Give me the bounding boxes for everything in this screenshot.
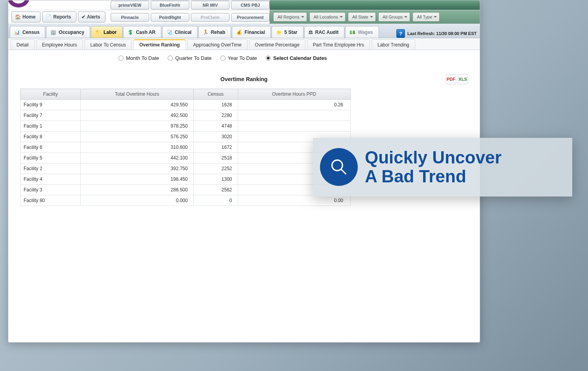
cell-census: 2518 — [193, 153, 238, 163]
date-option-year-to-date[interactable]: Year To Date — [220, 55, 257, 61]
col-header-census[interactable]: Census — [193, 89, 238, 100]
report-header: Overtime Ranking PDF XLS — [20, 70, 468, 89]
cell-overtime: 310.600 — [81, 142, 193, 153]
alerts-icon: ✔ — [81, 15, 85, 19]
logo-swirl-icon — [8, 0, 30, 7]
nav-tab-rac-audit[interactable]: ⚖RAC Audit — [304, 26, 345, 38]
cell-facility: Facility 4 — [20, 174, 81, 185]
alerts-button[interactable]: ✔Alerts — [78, 11, 105, 22]
nav-tab-icon: 🏃 — [203, 30, 209, 35]
sub-tab-overtime-ranking[interactable]: Overtime Ranking — [133, 39, 186, 50]
nav-tab-icon: 📁 — [95, 30, 101, 35]
filter-all-groups[interactable]: All Groups — [378, 12, 410, 22]
cell-overtime: 0.000 — [81, 195, 193, 206]
top-button-nr-miv[interactable]: NR MIV — [191, 1, 229, 9]
sub-tab-detail[interactable]: Detail — [11, 39, 35, 50]
filter-bar: All RegionsAll LocationsAll StateAll Gro… — [270, 10, 480, 24]
table-row[interactable]: Facility 9429.55016280.26 — [20, 100, 351, 110]
cell-facility: Facility 1 — [20, 121, 81, 132]
table-row[interactable]: Facility 5442.1002518 — [20, 153, 351, 163]
brand-row: primeVIEWBlueFinHrNR MIVCMS PBJ — [8, 0, 480, 10]
nav-tab-icon: 💵 — [349, 30, 355, 35]
cell-overtime: 198.450 — [81, 174, 193, 185]
nav-tab-label: RAC Audit — [315, 30, 339, 35]
cell-facility: Facility 7 — [20, 110, 81, 121]
nav-tab-5-star[interactable]: ⭐5 Star — [272, 26, 303, 38]
top-button-procurement[interactable]: Procurement — [231, 13, 270, 22]
cell-overtime: 429.550 — [81, 100, 193, 110]
nav-tab-labor[interactable]: 📁Labor — [91, 26, 122, 38]
filter-all-regions[interactable]: All Regions — [273, 12, 307, 22]
date-option-month-to-date[interactable]: Month To Date — [118, 55, 159, 61]
nav-tab-label: 5 Star — [284, 30, 297, 35]
sub-tab-labor-trending[interactable]: Labor Trending — [372, 39, 415, 50]
cell-facility: Facility 8 — [20, 132, 81, 142]
reports-button[interactable]: 📄Reports — [42, 11, 76, 22]
cell-ppd: 0.26 — [238, 100, 351, 110]
left-buttons: 🏠Home 📄Reports ✔Alerts — [8, 11, 111, 22]
nav-tab-financial[interactable]: 💰Financial — [232, 26, 271, 38]
cell-census: 2562 — [193, 185, 238, 195]
table-row[interactable]: Facility 1978.2504748 — [20, 121, 351, 132]
nav-tab-occupancy[interactable]: 🏢Occupancy — [46, 26, 90, 38]
sub-tab-overtime-percentage[interactable]: Overtime Percentage — [249, 39, 305, 50]
nav-tab-icon: 🏢 — [50, 30, 56, 35]
export-excel-icon[interactable]: XLS — [458, 74, 468, 84]
nav-tab-wages[interactable]: 💵Wages — [345, 26, 379, 38]
filter-all-locations[interactable]: All Locations — [309, 12, 346, 22]
nav-tab-label: Clinical — [175, 30, 192, 35]
col-header-facility[interactable]: Facility — [20, 89, 81, 100]
table-row[interactable]: Facility 7492.5002280 — [20, 110, 351, 121]
home-label: Home — [22, 14, 35, 20]
top-buttons-row2: PinnaclePointRightProClaimProcurement — [111, 13, 270, 22]
cell-overtime: 978.250 — [81, 121, 193, 132]
table-row[interactable]: Facility 800.00000.00 — [20, 195, 351, 206]
cell-facility: Facility 5 — [20, 153, 81, 163]
filter-all-type[interactable]: All Type — [412, 12, 440, 22]
nav-tab-census[interactable]: 📊Census — [10, 26, 45, 38]
nav-tab-label: Rehab — [211, 30, 226, 35]
cell-overtime: 442.100 — [81, 153, 193, 163]
top-button-pinnacle[interactable]: Pinnacle — [111, 13, 149, 22]
cell-facility: Facility 80 — [20, 195, 81, 206]
filter-all-state[interactable]: All State — [348, 12, 376, 22]
cell-ppd — [238, 110, 351, 121]
overtime-ranking-table: Facility Total Overtime Hours Census Ove… — [20, 89, 351, 206]
home-button[interactable]: 🏠Home — [11, 11, 41, 22]
table-row[interactable]: Facility 6310.6001672 — [20, 142, 351, 153]
table-row[interactable]: Facility 8576.2503020 — [20, 132, 351, 142]
radio-icon — [220, 56, 226, 61]
help-icon[interactable]: ? — [396, 29, 405, 38]
nav-tab-rehab[interactable]: 🏃Rehab — [198, 26, 231, 38]
sub-tab-labor-to-census[interactable]: Labor To Census — [84, 39, 132, 50]
top-button-primeview[interactable]: primeVIEW — [111, 1, 149, 9]
sub-tab-approaching-overtime[interactable]: Approaching OverTime — [187, 39, 248, 50]
sub-tabs: DetailEmployee HoursLabor To CensusOvert… — [8, 38, 480, 50]
cell-census: 1628 — [193, 100, 238, 110]
table-row[interactable]: Facility 3286.5002562 — [20, 185, 351, 195]
radio-label: Year To Date — [228, 55, 257, 61]
sub-tab-part-time-employee-hrs[interactable]: Part Time Employee Hrs — [307, 39, 370, 50]
col-header-overtime[interactable]: Total Overtime Hours — [81, 89, 193, 100]
svg-point-0 — [332, 160, 343, 171]
brand-logo — [8, 0, 111, 10]
table-header-row: Facility Total Overtime Hours Census Ove… — [20, 89, 351, 100]
search-icon — [329, 157, 349, 177]
nav-tab-cash-ar[interactable]: 💲Cash AR — [123, 26, 161, 38]
nav-tab-label: Census — [22, 30, 39, 35]
radio-label: Select Calendar Dates — [273, 55, 327, 61]
cell-facility: Facility 2 — [20, 163, 81, 174]
top-button-pointright[interactable]: PointRight — [151, 13, 189, 22]
table-row[interactable]: Facility 2392.7502252 — [20, 163, 351, 174]
cell-census: 4748 — [193, 121, 238, 132]
alerts-label: Alerts — [87, 14, 100, 20]
export-pdf-icon[interactable]: PDF — [446, 74, 456, 84]
sub-tab-employee-hours[interactable]: Employee Hours — [36, 39, 83, 50]
date-option-select-calendar-dates[interactable]: Select Calendar Dates — [266, 55, 327, 61]
nav-tab-clinical[interactable]: 🩺Clinical — [162, 26, 198, 38]
col-header-ppd[interactable]: Overtime Hours PPD — [238, 89, 351, 100]
top-button-bluefinhr[interactable]: BlueFinHr — [151, 1, 189, 9]
table-row[interactable]: Facility 4198.4501300 — [20, 174, 351, 185]
date-option-quarter-to-date[interactable]: Quarter To Date — [168, 55, 211, 61]
top-button-cms-pbj[interactable]: CMS PBJ — [231, 1, 270, 9]
